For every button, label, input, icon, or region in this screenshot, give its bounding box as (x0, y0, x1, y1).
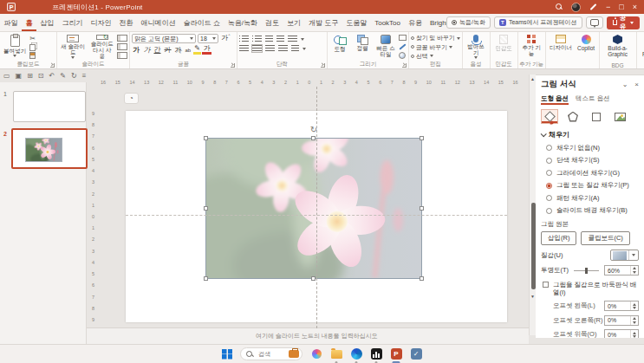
spin-up-icon[interactable] (633, 332, 636, 334)
picture-icon[interactable] (611, 109, 628, 124)
reuse-slides-button[interactable]: 슬라이드 다시 사용 (88, 34, 115, 60)
spacing-icon[interactable]: ab (184, 48, 192, 53)
decrease-indent-icon[interactable] (265, 36, 273, 42)
menu-tab[interactable]: 도움말 (342, 14, 371, 31)
menu-tab[interactable]: TookToo (371, 14, 405, 31)
menu-tab[interactable]: 보기 (283, 14, 304, 31)
font-name-combo[interactable]: 맑은 고딕 (본문) (132, 34, 196, 43)
paste-button[interactable]: 붙여넣기 (2, 34, 28, 60)
dialog-launcher-icon[interactable] (50, 63, 55, 68)
search-icon[interactable] (556, 3, 563, 10)
shadow-icon[interactable]: 가 (173, 47, 183, 54)
underline-icon[interactable]: 간 (153, 47, 162, 54)
bullets-icon[interactable] (239, 36, 249, 42)
tile-checkbox-row[interactable]: 그림을 질감으로 바둑판식 배열(I) (541, 281, 639, 297)
editing-menu-item[interactable]: 선택 (411, 53, 460, 60)
menu-tab[interactable]: 홈 (22, 14, 36, 31)
highlight-icon[interactable]: ✎ (193, 45, 202, 55)
fill-bucket-icon[interactable] (541, 109, 558, 124)
selection-handle[interactable] (204, 276, 208, 281)
numbering-icon[interactable] (252, 36, 262, 42)
sensitivity-button[interactable]: 민감도 (493, 34, 514, 60)
slide-thumbnail-2[interactable] (11, 128, 88, 169)
offset-spinner[interactable]: 0% (604, 329, 639, 338)
dialog-launcher-icon[interactable] (402, 63, 407, 68)
shape-outline-icon[interactable] (399, 43, 406, 49)
pane-close-icon[interactable]: × (634, 81, 639, 88)
fill-option-radio[interactable]: 단색 채우기(S) (541, 156, 639, 165)
comments-button[interactable] (586, 16, 603, 29)
strikethrough-icon[interactable]: 가 (163, 47, 172, 54)
search-input[interactable] (257, 350, 283, 358)
share-button[interactable]: 공유 (607, 16, 641, 29)
fill-option-radio[interactable]: 그림 또는 질감 채우기(P) (541, 181, 639, 190)
grow-font-icon[interactable]: 가^ (220, 34, 231, 43)
texture-dropdown[interactable] (610, 250, 639, 261)
menu-tab[interactable]: 파일 (0, 14, 22, 31)
qat-button[interactable]: ↶ (49, 73, 55, 80)
dialog-launcher-icon[interactable] (321, 63, 325, 68)
shape-fill-icon[interactable] (399, 35, 407, 41)
build-a-graphic-button[interactable]: Build-a-Graphic (602, 34, 634, 60)
fill-option-radio[interactable]: 채우기 없음(N) (541, 144, 639, 152)
fill-option-radio[interactable]: 그라데이션 채우기(G) (541, 169, 639, 178)
spin-up-icon[interactable] (633, 317, 636, 320)
menu-tab[interactable]: 애니메이션 (137, 14, 179, 31)
align-center-icon[interactable] (252, 45, 262, 52)
pencil-icon[interactable] (590, 3, 597, 10)
spin-down-icon[interactable] (633, 321, 636, 324)
insert-picture-button[interactable]: 삽입(R) (541, 231, 576, 245)
format-painter-icon[interactable] (29, 52, 36, 59)
bold-icon[interactable]: 가 (132, 47, 141, 54)
transparency-slider[interactable] (574, 270, 599, 271)
columns-icon[interactable] (291, 45, 299, 52)
selected-picture[interactable]: ↻ (205, 138, 422, 279)
qat-button[interactable]: ≡ (82, 73, 87, 80)
clipboard-picture-button[interactable]: 클립보드(C) (581, 231, 629, 245)
shape-effects-icon[interactable] (399, 52, 406, 59)
record-button[interactable]: 녹음/녹화 (446, 16, 491, 29)
spin-down-icon[interactable] (633, 271, 636, 274)
increase-indent-icon[interactable] (276, 36, 284, 42)
slider-thumb[interactable] (585, 268, 588, 274)
offset-spinner[interactable]: 0% (604, 301, 639, 311)
addins-button[interactable]: 추가 기능 (520, 34, 543, 60)
new-slide-button[interactable]: 새 슬라이드 (59, 34, 87, 60)
menu-tab[interactable]: 그리기 (58, 14, 87, 31)
menu-tab[interactable]: 디자인 (87, 14, 115, 31)
design-ideas-button[interactable]: ◔ (124, 93, 139, 104)
editing-menu-item[interactable]: 찾기 및 바꾸기 (411, 35, 460, 42)
cut-icon[interactable] (29, 35, 36, 42)
scroll-down-icon[interactable]: ▼ (530, 294, 535, 299)
selection-handle[interactable] (204, 136, 208, 140)
file-explorer-icon[interactable] (330, 348, 342, 360)
quick-styles-button[interactable]: 빠른 스타일 (374, 34, 397, 60)
selection-handle[interactable] (204, 206, 208, 211)
editing-menu-item[interactable]: 글꼴 바꾸기 (411, 43, 460, 50)
pane-tab[interactable]: 텍스트 옵션 (576, 94, 610, 105)
spin-up-icon[interactable] (633, 267, 636, 269)
menu-tab[interactable]: 슬라이드 쇼 (179, 14, 224, 31)
pane-collapse-icon[interactable]: ⌄ (622, 81, 628, 88)
qat-button[interactable]: ↻ (71, 73, 77, 80)
close-button[interactable]: × (633, 3, 637, 11)
qat-button[interactable]: ▭ (3, 73, 10, 80)
transparency-spinner[interactable]: 60% (604, 265, 639, 275)
designer-button[interactable]: 디자이너 (548, 34, 574, 60)
menu-tab[interactable]: 검토 (261, 14, 283, 31)
fill-option-radio[interactable]: 슬라이드 배경 채우기(B) (541, 206, 639, 215)
selection-handle[interactable] (311, 136, 315, 140)
spin-down-icon[interactable] (633, 307, 636, 309)
line-spacing-icon[interactable] (288, 36, 297, 42)
taskbar-search[interactable] (240, 347, 302, 360)
pane-tab[interactable]: 도형 옵션 (541, 94, 569, 105)
reset-icon[interactable] (117, 43, 127, 50)
scroll-up-icon[interactable]: ▲ (530, 76, 535, 81)
chatgpt-button[interactable]: ✳ ChatGPT PowerPoint (639, 34, 644, 60)
section-icon[interactable] (117, 52, 127, 59)
menu-tab[interactable]: 유용 (405, 14, 426, 31)
layout-icon[interactable] (117, 35, 127, 42)
copilot-icon[interactable] (310, 348, 322, 360)
justify-icon[interactable] (278, 45, 288, 52)
fill-section-header[interactable]: 채우기 (541, 130, 639, 139)
